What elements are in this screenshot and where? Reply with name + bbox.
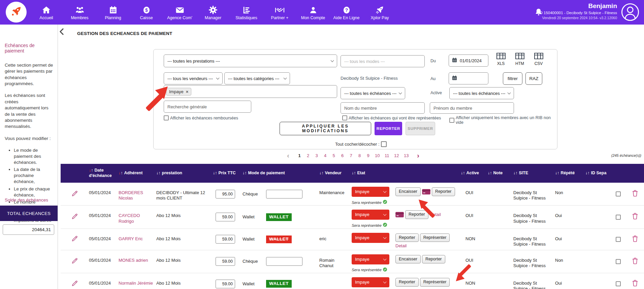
etat-impaye-dropdown[interactable]: Impaye: [352, 187, 389, 197]
edit-row-button[interactable]: [61, 250, 86, 273]
delete-row-button[interactable]: [623, 206, 644, 228]
pagination-page-5[interactable]: 5: [332, 153, 336, 158]
card-icon[interactable]: [422, 189, 430, 194]
column-header-note[interactable]: ↓↑Note: [485, 171, 511, 176]
nav-item-aide-en-ligne[interactable]: ?Aide En Ligne: [330, 0, 363, 25]
member-link[interactable]: Normalin Jérémie: [119, 281, 153, 286]
row-checkbox[interactable]: [616, 237, 621, 242]
apply-modifications-button[interactable]: APPLIQUER LES MODIFICATIONS: [280, 122, 371, 135]
nav-item-planning[interactable]: Planning: [96, 0, 130, 25]
detail-link[interactable]: Detail: [430, 212, 441, 217]
nav-item-agence-com[interactable]: Agence Com': [163, 0, 196, 25]
pagination-page-8[interactable]: 8: [358, 153, 361, 158]
price-input[interactable]: [216, 280, 235, 288]
member-link[interactable]: GARRY Eric: [119, 236, 143, 241]
member-link[interactable]: MONES adrien: [119, 258, 148, 263]
etat-impaye-dropdown[interactable]: Impaye: [352, 233, 389, 243]
reporter-button[interactable]: Reporter: [395, 278, 419, 287]
member-link[interactable]: CAYCEDO Rodrigo: [119, 213, 140, 223]
nav-item-statistiques[interactable]: Statistiques: [230, 0, 263, 25]
checkbox-remboursees[interactable]: Afficher les échéances remboursées: [164, 115, 238, 120]
delete-row-button[interactable]: [623, 183, 644, 205]
date-to-field[interactable]: [449, 72, 488, 84]
nav-item-manager[interactable]: Manager: [196, 0, 230, 25]
cheque-number-input[interactable]: [266, 190, 302, 198]
edit-row-button[interactable]: [61, 206, 86, 228]
checkbox-rib-non-vide[interactable]: Afficher uniquement les membres avec un …: [449, 115, 557, 125]
column-header-prix-ttc[interactable]: ↓↑Prix TTC: [210, 171, 240, 176]
sidebar-item-solde-echeances[interactable]: Solde des échéances: [5, 197, 48, 203]
echeances-select-2[interactable]: --- toutes les échéances ---: [449, 87, 514, 99]
column-header-active[interactable]: ↓↑Active: [458, 171, 485, 176]
export-csv-button[interactable]: CSV: [532, 52, 545, 66]
cheque-number-input[interactable]: [266, 257, 302, 266]
sort-asc-icon[interactable]: ↑: [515, 171, 517, 175]
pagination-page-10[interactable]: 10: [375, 153, 380, 158]
raz-button[interactable]: RAZ: [525, 72, 542, 85]
pagination-page-9[interactable]: 9: [366, 153, 370, 158]
nav-item-caisse[interactable]: $Caisse: [130, 0, 163, 25]
checkbox-representees[interactable]: Afficher les échéances qui vont être rep…: [342, 115, 441, 120]
pagination-page-13[interactable]: 13: [404, 153, 409, 158]
nav-item-partner[interactable]: Partner +: [263, 0, 296, 25]
representer-button[interactable]: Représenter: [420, 278, 450, 287]
etat-impaye-dropdown[interactable]: Impaye: [352, 277, 389, 287]
pagination-page-1[interactable]: 1: [298, 153, 301, 158]
column-header-prestation[interactable]: ↓↑prestation: [154, 171, 210, 176]
date-from-field[interactable]: 01/01/2024: [449, 55, 488, 67]
pagination-next-icon[interactable]: ›: [417, 152, 419, 159]
representer-button[interactable]: Représenter: [420, 233, 450, 242]
echeances-select-1[interactable]: --- toutes les échéances ---: [341, 87, 405, 99]
general-search-input[interactable]: [164, 101, 251, 113]
reporter-button[interactable]: Reporter: [432, 187, 455, 196]
etat-impaye-dropdown[interactable]: Impaye: [352, 210, 389, 220]
reporter-button[interactable]: Reporter: [405, 210, 428, 219]
sort-asc-icon[interactable]: ↑: [121, 171, 123, 175]
etat-impaye-dropdown[interactable]: Impaye: [352, 254, 389, 264]
remove-tag-icon[interactable]: ×: [186, 89, 189, 94]
toggle-all-row[interactable]: Tout cocher/décocher :: [335, 141, 387, 147]
sort-asc-icon[interactable]: ↑: [490, 171, 492, 175]
sort-asc-icon[interactable]: ↑: [557, 171, 559, 175]
reporter-button[interactable]: Reporter: [395, 233, 419, 242]
row-checkbox[interactable]: [616, 259, 621, 264]
price-input[interactable]: [216, 257, 235, 266]
column-header-adherent[interactable]: ↓↑Adhérent: [116, 171, 154, 176]
price-input[interactable]: [216, 213, 235, 221]
vendeurs-select[interactable]: --- tous les vendeurs ---: [164, 72, 223, 84]
checkbox-icon[interactable]: [449, 118, 454, 123]
sort-asc-icon[interactable]: ↑: [91, 168, 93, 173]
sort-asc-icon[interactable]: ↑: [463, 171, 465, 175]
nav-item-accueil[interactable]: Accueil: [30, 0, 63, 25]
member-link[interactable]: BORDERES Nicolas: [119, 190, 143, 201]
encaisser-button[interactable]: Encaisser: [395, 187, 421, 196]
column-header-id-sepa[interactable]: ↓↑ID Sepa: [583, 171, 610, 176]
sidebar-collapse-chevron-icon[interactable]: [59, 28, 64, 36]
row-checkbox[interactable]: [616, 191, 621, 196]
encaisser-button[interactable]: Encaisser: [395, 255, 421, 264]
member-lastname-input[interactable]: [341, 102, 425, 114]
column-header-repete[interactable]: ↓↑Répété: [552, 171, 583, 176]
card-icon[interactable]: [395, 212, 404, 217]
pagination-page-2[interactable]: 2: [306, 153, 310, 158]
delete-row-button[interactable]: [623, 229, 644, 250]
pagination-page-11[interactable]: 11: [385, 153, 389, 158]
avatar[interactable]: [621, 3, 639, 23]
row-checkbox[interactable]: [616, 281, 621, 286]
etat-tags-input[interactable]: Impaye ×: [164, 85, 337, 98]
edit-row-button[interactable]: [61, 183, 86, 205]
price-input[interactable]: [216, 235, 235, 244]
member-firstname-input[interactable]: [430, 102, 514, 114]
sort-asc-icon[interactable]: ↑: [158, 171, 160, 175]
categories-select[interactable]: --- toutes les catégories ---: [224, 72, 290, 84]
sort-asc-icon[interactable]: ↑: [245, 171, 247, 175]
pagination-page-7[interactable]: 7: [349, 153, 353, 158]
nav-item-mon-compte[interactable]: Mon Compte: [296, 0, 330, 25]
nav-item-xplor-pay[interactable]: Xplor Pay: [363, 0, 396, 25]
pagination-page-6[interactable]: 6: [341, 153, 344, 158]
pagination-prev-icon[interactable]: ‹: [287, 152, 289, 159]
column-header-date-d-echeance[interactable]: ↓↑Date d'échéance: [86, 168, 116, 178]
modes-input[interactable]: [341, 55, 425, 67]
pagination-page-3[interactable]: 3: [315, 153, 319, 158]
reporter-bulk-button[interactable]: REPORTER: [375, 122, 402, 135]
